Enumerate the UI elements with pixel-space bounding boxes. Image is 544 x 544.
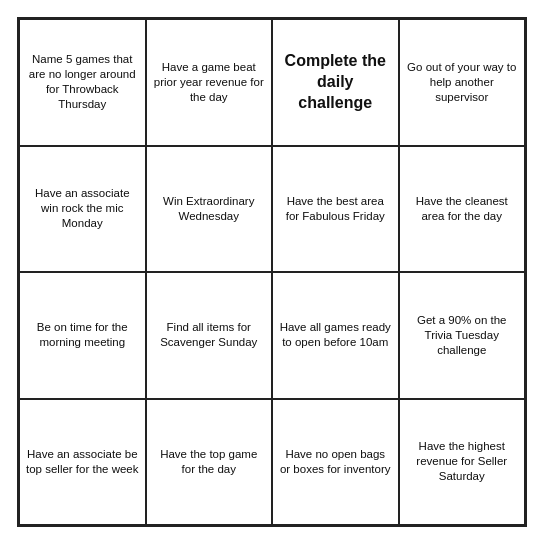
cell-r1c1: Win Extraordinary Wednesday (146, 146, 273, 273)
cell-r3c3: Have the highest revenue for Seller Satu… (399, 399, 526, 526)
cell-r0c0: Name 5 games that are no longer around f… (19, 19, 146, 146)
cell-r1c3: Have the cleanest area for the day (399, 146, 526, 273)
cell-r2c2: Have all games ready to open before 10am (272, 272, 399, 399)
bingo-board: Name 5 games that are no longer around f… (17, 17, 527, 527)
cell-r3c0: Have an associate be top seller for the … (19, 399, 146, 526)
cell-r1c0: Have an associate win rock the mic Monda… (19, 146, 146, 273)
cell-r0c3: Go out of your way to help another super… (399, 19, 526, 146)
cell-r2c3: Get a 90% on the Trivia Tuesday challeng… (399, 272, 526, 399)
cell-r3c1: Have the top game for the day (146, 399, 273, 526)
cell-r1c2: Have the best area for Fabulous Friday (272, 146, 399, 273)
cell-r0c1: Have a game beat prior year revenue for … (146, 19, 273, 146)
cell-r2c0: Be on time for the morning meeting (19, 272, 146, 399)
cell-r2c1: Find all items for Scavenger Sunday (146, 272, 273, 399)
cell-r3c2: Have no open bags or boxes for inventory (272, 399, 399, 526)
cell-r0c2: Complete the daily challenge (272, 19, 399, 146)
